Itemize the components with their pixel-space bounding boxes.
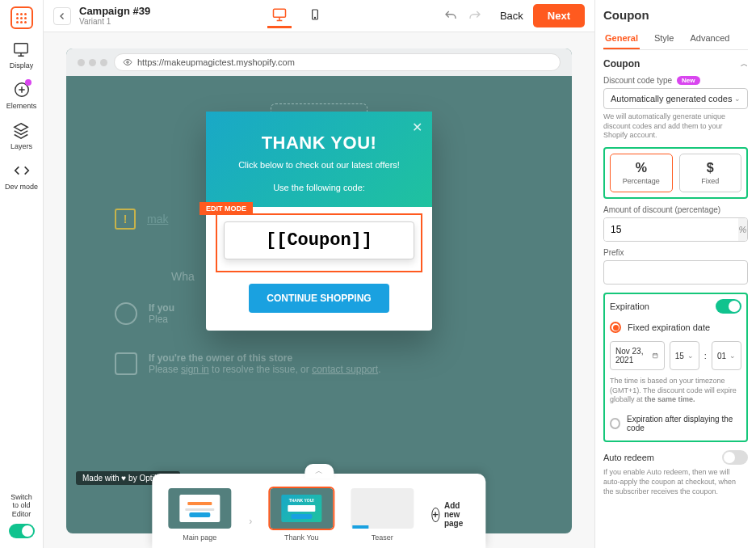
type-percentage-card[interactable]: % Percentage: [610, 154, 673, 192]
rail-display-label: Display: [10, 61, 34, 70]
type-fixed-card[interactable]: $ Fixed: [679, 154, 742, 192]
amount-input-row: %: [603, 217, 748, 242]
hour-select[interactable]: 15⌄: [670, 341, 699, 370]
question-heading: Wha: [171, 270, 195, 283]
rail-elements[interactable]: Elements: [6, 81, 37, 110]
url-bar-row: https://makeupmagictest.myshopify.com: [66, 48, 572, 76]
thumb-label: Teaser: [372, 533, 393, 542]
owner1-rest: Plea: [149, 314, 174, 325]
back-chevron-button[interactable]: [53, 7, 71, 25]
right-panel: Coupon General Style Advanced Coupon ︿ D…: [594, 0, 756, 548]
alert-link-left: mak: [147, 213, 168, 226]
svg-point-5: [127, 61, 129, 64]
auto-redeem-row: Auto redeem: [603, 450, 748, 465]
rail-devmode-label: Dev mode: [5, 183, 38, 191]
type-fixed-label: Fixed: [683, 177, 738, 185]
prefix-label: Prefix: [603, 248, 748, 257]
clock-icon: [115, 302, 137, 325]
minute-value: 01: [717, 352, 726, 360]
undo-redo-group: [443, 9, 482, 23]
elements-notification-dot: [25, 79, 32, 86]
redo-icon[interactable]: [468, 9, 482, 23]
page-thumb-main[interactable]: Main page: [168, 488, 231, 542]
campaign-title-block: Campaign #39 Variant 1: [79, 6, 150, 26]
page-thumb-teaser[interactable]: Teaser: [351, 488, 414, 542]
owner1-bold: If you: [149, 302, 174, 314]
owner2-text2: to resolve the issue, or: [209, 364, 312, 375]
app-logo[interactable]: [10, 6, 33, 29]
back-button[interactable]: Back: [500, 10, 523, 22]
discount-type-value: Automatically generated codes: [611, 94, 732, 103]
warning-icon: !: [115, 209, 136, 230]
date-value: Nov 23, 2021: [615, 347, 649, 365]
canvas-wrap: https://makeupmagictest.myshopify.com WE…: [44, 32, 594, 548]
popup-close-icon[interactable]: ✕: [412, 120, 422, 135]
svg-rect-9: [653, 354, 658, 358]
discount-type-label: Discount code type New: [603, 76, 748, 85]
amount-input[interactable]: [604, 218, 738, 241]
expiration-after-radio-row[interactable]: Expiration after displaying the code: [610, 415, 741, 432]
store-icon: [115, 352, 137, 375]
main-area: Campaign #39 Variant 1 Back Next https:/…: [44, 0, 594, 548]
svg-rect-2: [273, 9, 285, 17]
owner2-bold: If you're the owner of this store: [149, 352, 381, 364]
fixed-expiration-radio[interactable]: [610, 322, 621, 333]
switch-line: Editor: [10, 510, 32, 519]
campaign-title: Campaign #39: [79, 6, 150, 17]
pages-strip-handle[interactable]: ︿: [304, 464, 334, 478]
rail-display[interactable]: Display: [10, 40, 34, 70]
continue-shopping-button[interactable]: CONTINUE SHOPPING: [249, 284, 388, 313]
add-new-page-button[interactable]: + Add new page: [431, 488, 469, 528]
type-percentage-label: Percentage: [614, 177, 669, 185]
page-thumb-thankyou[interactable]: THANK YOU! Thank You: [270, 488, 333, 542]
plus-icon: +: [431, 508, 439, 522]
switch-editor-toggle[interactable]: [9, 524, 35, 538]
left-rail: Display Elements Layers Dev mode Switch …: [0, 0, 44, 548]
next-button[interactable]: Next: [533, 4, 585, 27]
rail-layers-label: Layers: [10, 142, 32, 150]
minute-select[interactable]: 01⌄: [712, 341, 741, 370]
discount-type-help: We will automatically generate unique di…: [603, 112, 748, 141]
tab-advanced[interactable]: Advanced: [688, 28, 731, 49]
tab-style[interactable]: Style: [653, 28, 675, 49]
fixed-expiration-radio-row[interactable]: Fixed expiration date: [610, 322, 741, 333]
new-badge: New: [677, 76, 699, 85]
percent-icon: %: [614, 161, 669, 175]
pages-strip: ︿ Main page › THANK YOU! Thank You Tease…: [152, 474, 485, 548]
rail-layers[interactable]: Layers: [10, 121, 32, 150]
expiration-toggle[interactable]: [716, 299, 741, 314]
panel-tabs: General Style Advanced: [603, 28, 748, 50]
discount-type-highlight: % Percentage $ Fixed: [603, 147, 748, 199]
tab-general[interactable]: General: [603, 28, 640, 49]
rail-elements-label: Elements: [6, 102, 37, 110]
svg-rect-0: [15, 44, 28, 53]
coupon-code-box[interactable]: [[Coupon]]: [224, 221, 414, 259]
prefix-input[interactable]: [603, 260, 748, 285]
undo-icon[interactable]: [443, 9, 458, 23]
rail-switch-editor[interactable]: Switch to old Editor: [9, 493, 35, 538]
topbar: Campaign #39 Variant 1 Back Next: [44, 0, 594, 32]
url-field[interactable]: https://makeupmagictest.myshopify.com: [114, 53, 561, 71]
device-mobile-button[interactable]: [303, 4, 327, 28]
thumb-label: Main page: [183, 533, 216, 542]
eye-icon: [123, 57, 132, 67]
chevron-down-icon: ⌄: [734, 95, 741, 103]
device-desktop-button[interactable]: [267, 4, 292, 28]
svg-point-4: [314, 17, 315, 18]
discount-type-select[interactable]: Automatically generated codes ⌄: [603, 88, 748, 109]
expiration-highlight: Expiration Fixed expiration date Nov 23,…: [603, 293, 748, 442]
section-coupon-header[interactable]: Coupon ︿: [603, 58, 748, 70]
popup-heading: THANK YOU!: [220, 133, 418, 154]
coupon-element-selected[interactable]: [[Coupon]]: [216, 213, 422, 272]
thumb-arrow-icon: ›: [249, 503, 252, 527]
contact-link: contact support: [312, 364, 378, 375]
switch-line: Switch: [10, 493, 32, 502]
expiration-label: Expiration: [610, 301, 649, 311]
rail-devmode[interactable]: Dev mode: [5, 162, 38, 191]
date-picker[interactable]: Nov 23, 2021: [610, 341, 665, 370]
expiration-after-label: Expiration after displaying the code: [627, 415, 741, 432]
hour-value: 15: [675, 352, 684, 360]
expiration-after-radio[interactable]: [610, 418, 620, 429]
auto-redeem-toggle[interactable]: [722, 450, 748, 465]
browser-mock: https://makeupmagictest.myshopify.com WE…: [66, 48, 572, 533]
